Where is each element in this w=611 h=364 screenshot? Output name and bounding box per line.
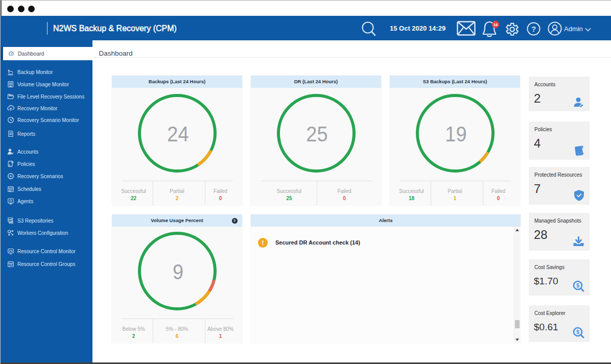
svg-text:$: $ [576,329,579,335]
svg-text:$: $ [576,282,579,288]
svg-text:?: ? [531,25,536,33]
svg-text:16: 16 [494,22,498,27]
